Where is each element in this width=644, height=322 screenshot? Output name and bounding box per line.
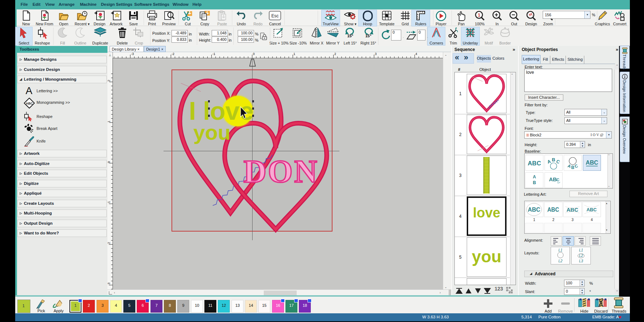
svg-text:A: A	[533, 174, 536, 179]
svg-text:1: 1	[478, 12, 480, 18]
svg-text:B: B	[552, 157, 555, 162]
svg-text:A: A	[26, 85, 33, 96]
svg-text:Esc: Esc	[271, 13, 279, 18]
svg-text:L2: L2	[579, 254, 583, 258]
svg-text:ABC: ABC	[26, 102, 33, 105]
svg-text:B: B	[533, 180, 536, 185]
svg-text:B: B	[571, 165, 575, 170]
svg-text:15°: 15°	[347, 34, 353, 38]
svg-text:AB: AB	[549, 176, 557, 182]
svg-text:ABC: ABC	[547, 207, 559, 213]
svg-text:L2: L2	[558, 259, 563, 263]
svg-text:15°: 15°	[365, 34, 372, 38]
svg-text:ABC: ABC	[528, 160, 541, 167]
svg-text:L1: L1	[558, 248, 562, 252]
svg-text:C: C	[556, 158, 561, 165]
svg-text:ABC: ABC	[586, 160, 598, 166]
svg-text:C: C	[556, 178, 559, 182]
svg-text:ABC: ABC	[528, 207, 541, 213]
svg-text:L1: L1	[579, 248, 583, 252]
svg-text:C: C	[574, 163, 579, 169]
svg-text:L3: L3	[579, 259, 583, 263]
